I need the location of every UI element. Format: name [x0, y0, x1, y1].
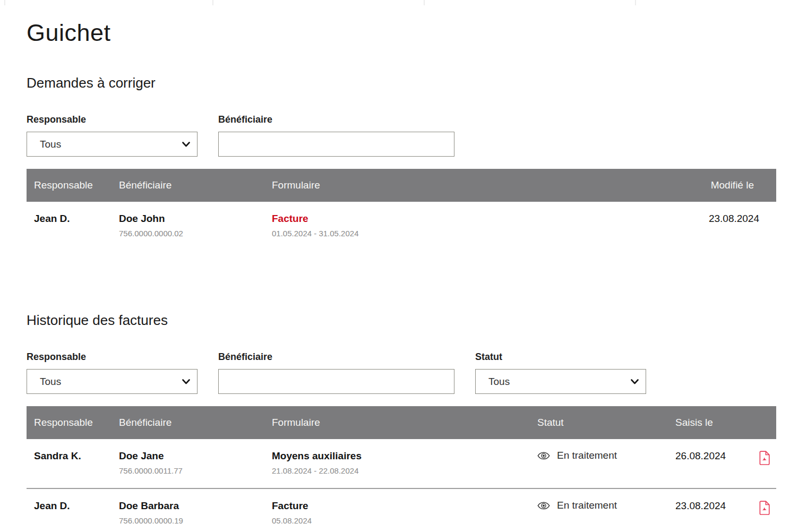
row-beneficiaire: Doe Barbara 756.0000.0000.19 — [119, 500, 272, 525]
row-formulaire: Facture 01.05.2024 - 31.05.2024 — [272, 212, 670, 238]
corrections-table: Responsable Bénéficiaire Formulaire Modi… — [27, 169, 776, 251]
section-heading-historique-des-factures: Historique des factures — [27, 312, 776, 329]
selected-value: Tous — [40, 376, 61, 388]
eye-icon — [537, 451, 550, 460]
row-formulaire: Moyens auxiliaires 21.08.2024 - 22.08.20… — [272, 450, 537, 475]
corrections-beneficiaire-filter: Bénéficiaire — [218, 114, 454, 157]
pdf-file-icon — [759, 501, 770, 515]
browser-tab-separator — [212, 0, 213, 5]
col-header-modifie-le: Modifié le — [670, 179, 769, 191]
formulaire-period: 21.08.2024 - 22.08.2024 — [272, 466, 537, 475]
formulaire-name: Moyens auxiliaires — [272, 450, 537, 462]
beneficiaire-name: Doe Barbara — [119, 500, 272, 512]
responsable-filter-label: Responsable — [27, 114, 198, 125]
col-header-responsable: Responsable — [34, 179, 119, 191]
selected-value: Tous — [40, 139, 61, 150]
row-responsable: Jean D. — [34, 500, 119, 512]
chevron-down-icon — [631, 379, 639, 384]
statut-filter-label: Statut — [475, 351, 646, 363]
row-modifie-le: 23.08.2024 — [670, 212, 769, 225]
guichet-page: Guichet Demandes à corriger Responsable … — [0, 19, 807, 532]
browser-window-top-edge — [0, 0, 807, 5]
view-status-button[interactable] — [537, 451, 550, 460]
row-document — [759, 500, 770, 515]
col-header-statut: Statut — [537, 417, 675, 428]
history-filters: Responsable Tous Bénéficiaire Statut Tou… — [27, 351, 776, 394]
pdf-file-icon — [759, 451, 770, 465]
statut-label: En traitement — [557, 450, 617, 461]
browser-tab-separator — [424, 0, 425, 5]
corrections-table-header: Responsable Bénéficiaire Formulaire Modi… — [27, 169, 776, 202]
section-heading-demandes-a-corriger: Demandes à corriger — [27, 75, 776, 91]
eye-icon — [537, 501, 550, 510]
row-statut: En traitement — [537, 500, 675, 511]
col-header-formulaire: Formulaire — [272, 179, 670, 191]
col-header-formulaire: Formulaire — [272, 417, 537, 428]
table-row: Jean D. Doe John 756.0000.0000.02 Factur… — [27, 202, 776, 251]
corrections-responsable-select[interactable]: Tous — [27, 132, 198, 157]
view-status-button[interactable] — [537, 501, 550, 510]
row-saisis-le: 23.08.2024 — [675, 500, 759, 512]
col-header-responsable: Responsable — [34, 417, 119, 428]
row-saisis-le: 26.08.2024 — [675, 450, 759, 462]
browser-tab-separator — [635, 0, 636, 5]
corrections-beneficiaire-input[interactable] — [218, 132, 454, 157]
beneficiaire-id: 756.0000.0011.77 — [119, 466, 272, 475]
formulaire-period: 01.05.2024 - 31.05.2024 — [272, 229, 670, 238]
col-header-beneficiaire: Bénéficiaire — [119, 179, 272, 191]
history-statut-select[interactable]: Tous — [475, 369, 646, 394]
beneficiaire-name: Doe John — [119, 212, 272, 225]
chevron-down-icon — [182, 379, 190, 384]
history-responsable-select[interactable]: Tous — [27, 369, 198, 394]
selected-value: Tous — [488, 376, 510, 388]
row-beneficiaire: Doe John 756.0000.0000.02 — [119, 212, 272, 238]
row-beneficiaire: Doe Jane 756.0000.0011.77 — [119, 450, 272, 475]
table-row: Sandra K. Doe Jane 756.0000.0011.77 Moye… — [27, 439, 776, 488]
formulaire-name: Facture — [272, 500, 537, 512]
col-header-beneficiaire: Bénéficiaire — [119, 417, 272, 428]
history-beneficiaire-input[interactable] — [218, 369, 454, 394]
corrections-responsable-filter: Responsable Tous — [27, 114, 198, 157]
beneficiaire-filter-label: Bénéficiaire — [218, 351, 454, 363]
corrections-filters: Responsable Tous Bénéficiaire — [27, 114, 776, 157]
beneficiaire-filter-label: Bénéficiaire — [218, 114, 454, 125]
history-beneficiaire-filter: Bénéficiaire — [218, 351, 454, 394]
row-document — [759, 450, 770, 465]
statut-label: En traitement — [557, 500, 617, 511]
history-table-header: Responsable Bénéficiaire Formulaire Stat… — [27, 406, 776, 439]
beneficiaire-name: Doe Jane — [119, 450, 272, 462]
browser-tab-separator — [4, 0, 5, 5]
download-pdf-button[interactable] — [759, 501, 770, 515]
row-responsable: Jean D. — [34, 212, 119, 225]
responsable-filter-label: Responsable — [27, 351, 198, 363]
table-row: Jean D. Doe Barbara 756.0000.0000.19 Fac… — [27, 489, 776, 532]
history-responsable-filter: Responsable Tous — [27, 351, 198, 394]
page-title: Guichet — [27, 19, 776, 47]
beneficiaire-id: 756.0000.0000.02 — [119, 229, 272, 238]
formulaire-period: 05.08.2024 — [272, 516, 537, 525]
row-formulaire: Facture 05.08.2024 — [272, 500, 537, 525]
history-statut-filter: Statut Tous — [475, 351, 646, 394]
download-pdf-button[interactable] — [759, 451, 770, 465]
row-statut: En traitement — [537, 450, 675, 461]
history-table: Responsable Bénéficiaire Formulaire Stat… — [27, 406, 776, 532]
formulaire-link[interactable]: Facture — [272, 212, 670, 225]
col-header-saisis-le: Saisis le — [675, 417, 759, 428]
row-responsable: Sandra K. — [34, 450, 119, 462]
chevron-down-icon — [182, 142, 190, 147]
beneficiaire-id: 756.0000.0000.19 — [119, 516, 272, 525]
